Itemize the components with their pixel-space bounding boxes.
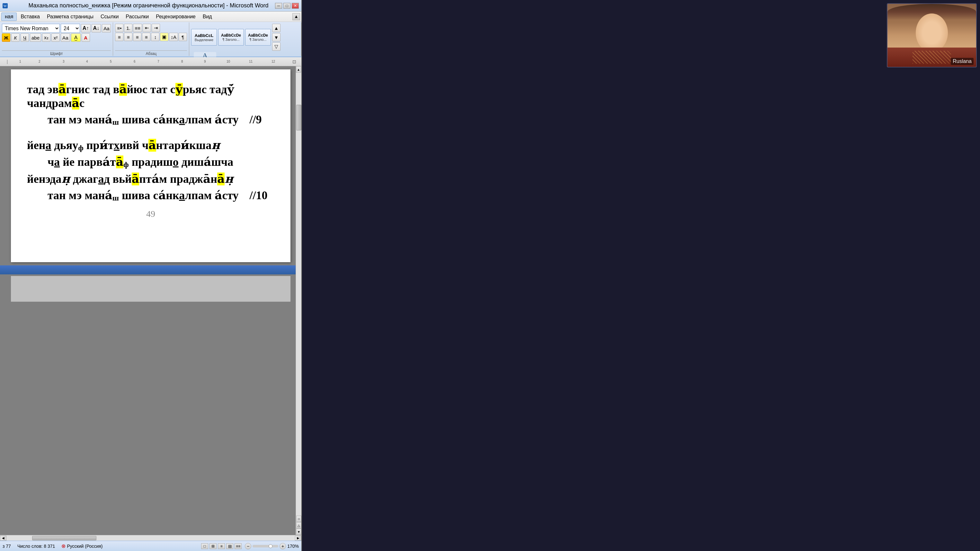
shading-button[interactable]: ▣: [160, 33, 169, 41]
full-screen-button[interactable]: ⊞: [210, 543, 216, 549]
text-line-empty: [27, 129, 274, 135]
strikethrough-button[interactable]: abe: [30, 33, 41, 42]
superscript-button[interactable]: х²: [51, 33, 60, 42]
font-color-button[interactable]: A: [82, 33, 90, 42]
text-line-4: ча йе парва́та̄ф прадишо диша́шча: [27, 155, 274, 169]
zoom-slider-thumb[interactable]: [269, 544, 272, 548]
styles-scroll-down[interactable]: ▼: [272, 33, 280, 41]
menu-insert[interactable]: Вставка: [18, 13, 43, 21]
document-page[interactable]: тад эва̄гнис тад ва̄йюс тат сӯрьяс тадӯ́…: [11, 69, 291, 262]
window-title: Маханьяса полностью_книжка [Режим ограни…: [22, 2, 275, 9]
style-normal-button[interactable]: AaBbCcL Выделение: [191, 29, 217, 46]
justify-button[interactable]: ≡: [142, 33, 150, 41]
document-area: тад эва̄гнис тад ва̄йюс тат сӯрьяс тадӯ́…: [0, 66, 301, 535]
ribbon-toggle[interactable]: ▲: [293, 13, 300, 20]
clear-format-button[interactable]: Aa: [102, 24, 111, 32]
text-line-3: йена дьяуф при́тхивй ча̄нтари́кшан̣: [27, 138, 274, 152]
menu-layout[interactable]: Разметка страницы: [44, 13, 97, 21]
ribbon-group-styles: AaBbCcL Выделение AaBbCcDe ¶ Заголо... A…: [189, 22, 301, 56]
scroll-right-button[interactable]: ▶: [295, 535, 301, 541]
style-heading2-button[interactable]: AaBbCcDe ¶ Заголо...: [245, 29, 271, 46]
word-count: Число слов: 8 371: [18, 544, 55, 549]
status-right: □ ⊞ ≡ ▤ ≡≡ − + 170%: [201, 543, 299, 549]
increase-indent-button[interactable]: ⇥: [152, 24, 160, 32]
scroll-pin-icon: ○: [296, 516, 301, 522]
align-center-button[interactable]: ≡: [124, 33, 132, 41]
styles-more[interactable]: ▽: [272, 42, 280, 51]
grow-font-button[interactable]: A↑: [81, 24, 91, 32]
font-size-selector[interactable]: 24: [61, 24, 80, 33]
zoom-control: − + 170%: [245, 543, 299, 549]
participant-name-label: Ruslana: [951, 58, 974, 65]
page-separator-band: [0, 265, 301, 274]
draft-button[interactable]: ≡≡: [235, 543, 242, 549]
word-icon: W: [3, 3, 8, 8]
align-left-button[interactable]: ≡: [115, 33, 123, 41]
sort-button[interactable]: ↕A: [169, 33, 178, 41]
menu-home[interactable]: ная: [1, 13, 17, 21]
case-button[interactable]: Аа: [61, 33, 70, 42]
ribbon: Times New Roman 24 A↑ A↓ Aa Ж К Ч abe: [0, 22, 301, 57]
web-layout-button[interactable]: ≡: [218, 543, 225, 549]
text-line-5: йенэдан̣ джагад вьйа̄пта́м праджа̄на̄н̣: [27, 172, 274, 186]
menu-review[interactable]: Рецензирование: [153, 13, 199, 21]
maximize-button[interactable]: □: [283, 3, 291, 9]
scroll-prev-button[interactable]: △: [296, 522, 301, 529]
text-line-2: тан мэ мана́ш шива са́нкалпам а́сту //9: [27, 113, 274, 127]
font-name-selector[interactable]: Times New Roman: [2, 24, 60, 33]
ribbon-group-font: Times New Roman 24 A↑ A↓ Aa Ж К Ч abe: [0, 22, 113, 56]
decrease-indent-button[interactable]: ⇤: [143, 24, 151, 32]
outline-button[interactable]: ▤: [226, 543, 233, 549]
next-page-preview: [11, 276, 291, 302]
page-number: 49: [27, 209, 274, 219]
font-group-label: Шрифт: [2, 51, 111, 56]
zoom-slider[interactable]: [253, 545, 278, 548]
h-scrollbar-thumb[interactable]: [32, 536, 96, 540]
align-right-button[interactable]: ≡: [133, 33, 142, 41]
print-layout-button[interactable]: □: [201, 543, 208, 549]
show-formatting-button[interactable]: ¶: [179, 33, 187, 41]
language-info: Русский (Россия): [67, 544, 102, 549]
vertical-scrollbar[interactable]: ▲ ○ △ ▼: [296, 66, 301, 535]
title-bar: W Маханьяса полностью_книжка [Режим огра…: [0, 0, 301, 11]
scroll-up-button[interactable]: ▲: [296, 66, 301, 73]
italic-button[interactable]: К: [11, 33, 20, 42]
shrink-font-button[interactable]: A↓: [92, 24, 101, 32]
word-window: W Маханьяса полностью_книжка [Режим огра…: [0, 0, 302, 551]
menu-references[interactable]: Ссылки: [97, 13, 122, 21]
zoom-out-button[interactable]: −: [245, 543, 251, 549]
scroll-down-button[interactable]: ▼: [296, 529, 301, 535]
styles-scroll-up[interactable]: ▲: [272, 24, 280, 32]
view-buttons: □ ⊞ ≡ ▤ ≡≡: [201, 543, 242, 549]
underline-button[interactable]: Ч: [21, 33, 29, 42]
subscript-button[interactable]: х₂: [42, 33, 51, 42]
text-line-1: тад эва̄гнис тад ва̄йюс тат сӯрьяс тадӯ́…: [27, 82, 274, 110]
text-line-6: тан мэ мана́ш шива са́нкалпам а́сту //10: [27, 188, 274, 202]
highlight-button[interactable]: A̲: [71, 33, 81, 42]
bullets-button[interactable]: ≡•: [115, 24, 123, 32]
video-call-area: Ruslana: [302, 0, 980, 551]
bold-button[interactable]: Ж: [2, 33, 10, 42]
page-info: з 77: [3, 544, 11, 549]
style-heading1-button[interactable]: AaBbCcDe ¶ Заголо...: [218, 29, 244, 46]
zoom-level: 170%: [287, 544, 299, 549]
horizontal-scrollbar[interactable]: ◀ ▶: [0, 535, 301, 541]
zoom-in-button[interactable]: +: [280, 543, 286, 549]
numbering-button[interactable]: 1.: [124, 24, 132, 32]
line-spacing-button[interactable]: ↕: [151, 33, 159, 41]
ruler: │ 1 2 3 4 5 6 7 8 9 10 11 12 ⊡: [0, 57, 301, 66]
status-bar: з 77 Число слов: 8 371 ⊗ Русский (Россия…: [0, 541, 301, 551]
menu-mailings[interactable]: Рассылки: [123, 13, 152, 21]
ruler-expand-icon[interactable]: ⊡: [293, 59, 296, 64]
menu-view[interactable]: Вид: [199, 13, 215, 21]
ribbon-group-paragraph: ≡• 1. ≡≡ ⇤ ⇥ ≡ ≡ ≡ ≡ ↕ ▣ ↕A ¶: [113, 22, 189, 56]
scrollbar-thumb[interactable]: [296, 105, 301, 131]
multilevel-button[interactable]: ≡≡: [133, 24, 142, 32]
spell-check-icon: ⊗: [61, 543, 65, 549]
participant-video: Ruslana: [887, 3, 977, 67]
scroll-left-button[interactable]: ◀: [0, 535, 6, 541]
close-button[interactable]: ✕: [292, 3, 299, 9]
menu-bar: ная Вставка Разметка страницы Ссылки Рас…: [0, 11, 301, 22]
window-controls: ─ □ ✕: [275, 3, 299, 9]
minimize-button[interactable]: ─: [275, 3, 282, 9]
